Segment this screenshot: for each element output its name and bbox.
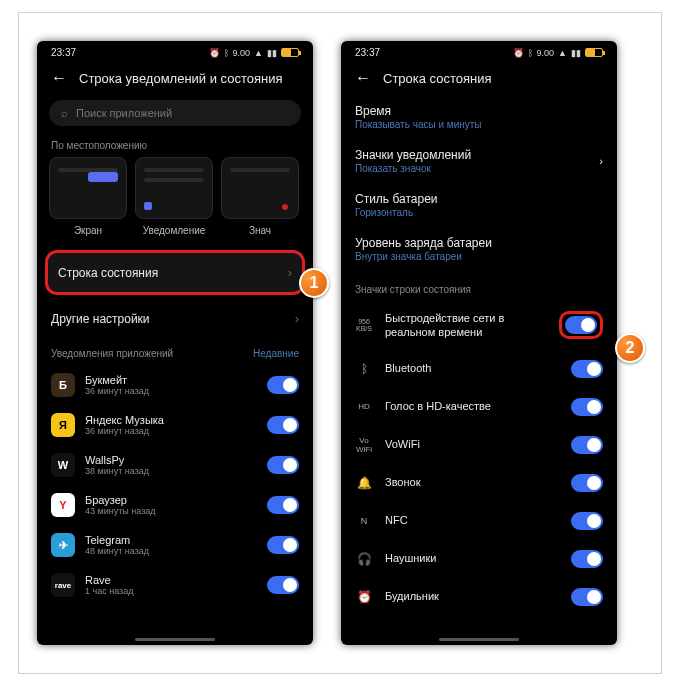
toggle[interactable]	[267, 536, 299, 554]
toggle[interactable]	[571, 512, 603, 530]
app-row[interactable]: rave Rave1 час назад	[37, 565, 313, 605]
section-location: По местоположению	[37, 136, 313, 157]
toggle[interactable]	[571, 550, 603, 568]
page-header: ← Строка состояния	[341, 62, 617, 96]
speed-icon: 956KB/S	[355, 318, 373, 332]
wifi-icon: ▲	[254, 48, 263, 58]
page-header: ← Строка уведомлений и состояния	[37, 62, 313, 96]
location-tiles: Экран Уведомление Знач	[37, 157, 313, 240]
nfc-icon: N	[355, 516, 373, 526]
tile-badge[interactable]: Знач	[221, 157, 299, 236]
phone-right: 23:37 ⏰ ᛒ 9.00 ▲ ▮▮ ← Строка состояния В…	[341, 41, 617, 645]
toggle[interactable]	[571, 360, 603, 378]
hd-icon: HD	[355, 402, 373, 411]
bluetooth-icon: ᛒ	[224, 48, 229, 58]
status-bar: 23:37 ⏰ ᛒ 9.00 ▲ ▮▮	[341, 41, 617, 62]
app-icon: Б	[51, 373, 75, 397]
toggle[interactable]	[267, 416, 299, 434]
row-other-settings[interactable]: Другие настройки ›	[37, 299, 313, 338]
app-icon: Y	[51, 493, 75, 517]
item-hd-voice[interactable]: HD Голос в HD-качестве	[341, 388, 617, 426]
row-battery-level[interactable]: Уровень заряда батареиВнутри значка бата…	[341, 228, 617, 272]
recent-link[interactable]: Недавние	[253, 348, 299, 359]
search-placeholder: Поиск приложений	[76, 107, 172, 119]
bluetooth-icon: ᛒ	[355, 362, 373, 376]
toggle[interactable]	[571, 474, 603, 492]
battery-icon	[281, 48, 299, 57]
bell-icon: 🔔	[355, 476, 373, 490]
page-title: Строка уведомлений и состояния	[79, 71, 283, 86]
status-bar: 23:37 ⏰ ᛒ 9.00 ▲ ▮▮	[37, 41, 313, 62]
phone-left: 23:37 ⏰ ᛒ 9.00 ▲ ▮▮ ← Строка уведомлений…	[37, 41, 313, 645]
alarm-icon: ⏰	[513, 48, 524, 58]
item-nfc[interactable]: N NFC	[341, 502, 617, 540]
alarm-icon: ⏰	[355, 590, 373, 604]
callout-badge-1: 1	[299, 268, 329, 298]
toggle[interactable]	[267, 456, 299, 474]
wifi-icon: ▲	[558, 48, 567, 58]
back-icon[interactable]: ←	[355, 70, 371, 86]
app-icon: ✈	[51, 533, 75, 557]
row-time[interactable]: ВремяПоказывать часы и минуты	[341, 96, 617, 140]
item-bluetooth[interactable]: ᛒ Bluetooth	[341, 350, 617, 388]
back-icon[interactable]: ←	[51, 70, 67, 86]
toggle[interactable]	[267, 576, 299, 594]
net-speed: 9.00	[233, 48, 251, 58]
app-row[interactable]: Я Яндекс Музыка36 минут назад	[37, 405, 313, 445]
net-speed: 9.00	[537, 48, 555, 58]
toggle[interactable]	[267, 496, 299, 514]
item-alarm[interactable]: ⏰ Будильник	[341, 578, 617, 616]
app-row[interactable]: W WallsPy38 минут назад	[37, 445, 313, 485]
item-headphones[interactable]: 🎧 Наушники	[341, 540, 617, 578]
app-row[interactable]: Y Браузер43 минуты назад	[37, 485, 313, 525]
search-input[interactable]: ⌕ Поиск приложений	[49, 100, 301, 126]
app-icon: W	[51, 453, 75, 477]
status-time: 23:37	[51, 47, 76, 58]
toggle[interactable]	[571, 398, 603, 416]
row-status-bar[interactable]: Строка состояния ›	[48, 253, 302, 292]
toggle[interactable]	[571, 436, 603, 454]
chevron-right-icon: ›	[288, 265, 292, 280]
app-icon: Я	[51, 413, 75, 437]
item-vowifi[interactable]: VoWiFi VoWiFi	[341, 426, 617, 464]
alarm-icon: ⏰	[209, 48, 220, 58]
bluetooth-icon: ᛒ	[528, 48, 533, 58]
toggle[interactable]	[571, 588, 603, 606]
group-header-app-notifications: Уведомления приложений Недавние	[37, 338, 313, 365]
nav-handle[interactable]	[439, 638, 519, 641]
app-row[interactable]: Б Букмейт36 минут назад	[37, 365, 313, 405]
nav-handle[interactable]	[135, 638, 215, 641]
chevron-right-icon: ›	[295, 311, 299, 326]
app-row[interactable]: ✈ Telegram48 минут назад	[37, 525, 313, 565]
section-statusbar-icons: Значки строки состояния	[341, 280, 617, 301]
status-time: 23:37	[355, 47, 380, 58]
row-notif-icons[interactable]: Значки уведомленийПоказать значок ›	[341, 140, 617, 184]
search-icon: ⌕	[61, 107, 68, 119]
toggle[interactable]	[267, 376, 299, 394]
row-battery-style[interactable]: Стиль батареиГоризонталь	[341, 184, 617, 228]
headphones-icon: 🎧	[355, 552, 373, 566]
battery-icon	[585, 48, 603, 57]
signal-icon: ▮▮	[571, 48, 581, 58]
highlight-status-bar-row: Строка состояния ›	[45, 250, 305, 295]
tile-notification[interactable]: Уведомление	[135, 157, 213, 236]
item-network-speed[interactable]: 956KB/S Быстродействие сети в реальном в…	[341, 301, 617, 350]
page-title: Строка состояния	[383, 71, 492, 86]
toggle[interactable]	[565, 316, 597, 334]
highlight-toggle	[559, 311, 603, 339]
callout-badge-2: 2	[615, 333, 645, 363]
item-ringer[interactable]: 🔔 Звонок	[341, 464, 617, 502]
vowifi-icon: VoWiFi	[355, 436, 373, 454]
app-icon: rave	[51, 573, 75, 597]
chevron-right-icon: ›	[599, 155, 603, 167]
tile-screen[interactable]: Экран	[49, 157, 127, 236]
signal-icon: ▮▮	[267, 48, 277, 58]
